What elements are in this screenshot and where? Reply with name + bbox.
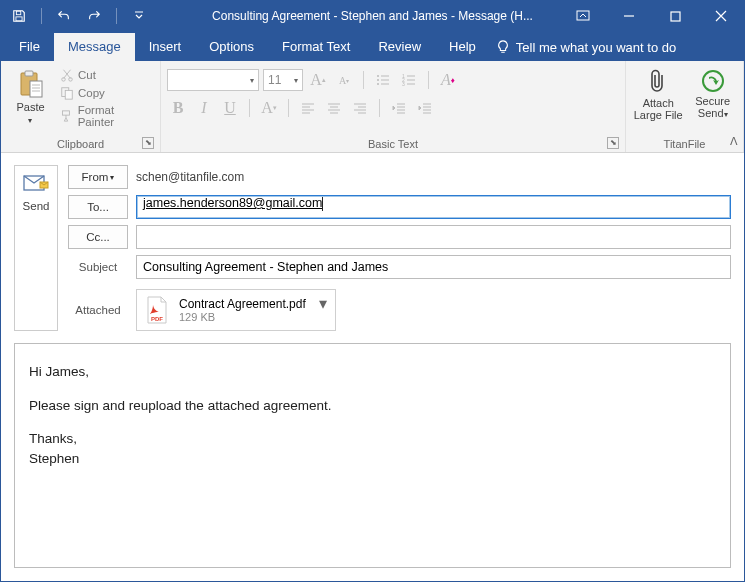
tab-message[interactable]: Message [54,33,135,61]
tab-help[interactable]: Help [435,33,490,61]
tab-file[interactable]: File [5,33,54,61]
body-line: Stephen [29,449,716,469]
save-icon[interactable] [7,4,31,28]
attachment-dropdown-icon[interactable]: ▾ [319,294,331,306]
grow-font-icon[interactable]: A▴ [307,69,329,91]
group-clipboard: Paste▾ Cut Copy Format Painter [1,61,161,152]
svg-text:3: 3 [402,81,405,87]
group-titanfile: Attach Large File Secure Send▾ TitanFile [626,61,744,152]
from-button[interactable]: From▾ [68,165,128,189]
align-left-icon[interactable] [297,97,319,119]
decrease-indent-icon[interactable] [388,97,410,119]
cut-button[interactable]: Cut [58,67,154,83]
paste-button[interactable]: Paste▾ [7,65,54,131]
svg-point-18 [703,71,723,91]
redo-icon[interactable] [82,4,106,28]
svg-point-13 [377,79,379,81]
clipboard-launcher-icon[interactable]: ⬊ [142,137,154,149]
copy-button[interactable]: Copy [58,85,154,101]
body-line: Hi James, [29,362,716,382]
svg-rect-6 [30,81,42,97]
send-button[interactable]: Send [14,165,58,331]
svg-rect-10 [65,90,72,99]
paperclip-icon [647,69,669,95]
qat-customize-icon[interactable] [127,4,151,28]
subject-field[interactable] [136,255,731,279]
tab-options[interactable]: Options [195,33,268,61]
svg-text:PDF: PDF [151,316,163,322]
from-address: schen@titanfile.com [136,170,244,184]
ribbon-display-options-icon[interactable] [560,1,606,31]
numbering-icon[interactable]: 123 [398,69,420,91]
align-center-icon[interactable] [323,97,345,119]
ribbon: Paste▾ Cut Copy Format Painter [1,61,744,153]
underline-icon[interactable]: U [219,97,241,119]
cc-button[interactable]: Cc... [68,225,128,249]
message-body[interactable]: Hi James, Please sign and reupload the a… [14,343,731,568]
align-right-icon[interactable] [349,97,371,119]
basic-text-launcher-icon[interactable]: ⬊ [607,137,619,149]
svg-rect-5 [25,71,33,76]
tab-insert[interactable]: Insert [135,33,196,61]
secure-send-button[interactable]: Secure Send▾ [688,65,737,131]
pdf-icon: PDF [143,295,171,325]
close-button[interactable] [698,1,744,31]
undo-icon[interactable] [52,4,76,28]
svg-rect-1 [16,17,22,21]
font-name-combo[interactable]: ▾ [167,69,259,91]
italic-icon[interactable]: I [193,97,215,119]
tell-me-search[interactable]: Tell me what you want to do [496,33,676,61]
shrink-font-icon[interactable]: A▾ [333,69,355,91]
ribbon-tabs: File Message Insert Options Format Text … [1,31,744,61]
to-field[interactable]: james.henderson89@gmail.com [136,195,731,219]
quick-access-toolbar [7,4,151,28]
attached-label: Attached [68,304,128,316]
outlook-message-window: Consulting Agreement - Stephen and James… [0,0,745,582]
svg-rect-2 [577,11,589,20]
attach-large-file-button[interactable]: Attach Large File [632,65,684,131]
secure-send-icon [701,69,725,93]
cc-field[interactable] [136,225,731,249]
group-basic-text: ▾ 11▾ A▴ A▾ 123 A♦ B I U A▾ [161,61,626,152]
window-controls [560,1,744,31]
maximize-button[interactable] [652,1,698,31]
font-size-combo[interactable]: 11▾ [263,69,303,91]
svg-rect-11 [63,111,70,115]
copy-icon [60,86,74,100]
attachment-size: 129 KB [179,311,306,323]
format-painter-icon [60,109,74,123]
minimize-button[interactable] [606,1,652,31]
cut-icon [60,68,74,82]
svg-rect-3 [671,12,680,21]
tab-review[interactable]: Review [364,33,435,61]
subject-label: Subject [68,261,128,273]
bullets-icon[interactable] [372,69,394,91]
tab-format-text[interactable]: Format Text [268,33,364,61]
svg-rect-0 [16,11,20,15]
attachment-name: Contract Agreement.pdf [179,297,306,311]
font-color-icon[interactable]: A▾ [258,97,280,119]
title-bar: Consulting Agreement - Stephen and James… [1,1,744,31]
window-title: Consulting Agreement - Stephen and James… [212,9,533,23]
svg-point-14 [377,83,379,85]
bold-icon[interactable]: B [167,97,189,119]
increase-indent-icon[interactable] [414,97,436,119]
to-button[interactable]: To... [68,195,128,219]
lightbulb-icon [496,40,510,54]
body-line: Please sign and reupload the attached ag… [29,396,716,416]
attachment-item[interactable]: PDF Contract Agreement.pdf 129 KB ▾ [136,289,336,331]
collapse-ribbon-icon[interactable]: ᐱ [730,135,738,148]
compose-header: Send From▾ schen@titanfile.com To... jam… [1,153,744,343]
body-line: Thanks, [29,429,716,449]
send-icon [21,172,51,194]
paste-icon [17,69,45,99]
format-painter-button[interactable]: Format Painter [58,103,154,129]
svg-point-12 [377,75,379,77]
clear-format-icon[interactable]: A♦ [437,69,459,91]
